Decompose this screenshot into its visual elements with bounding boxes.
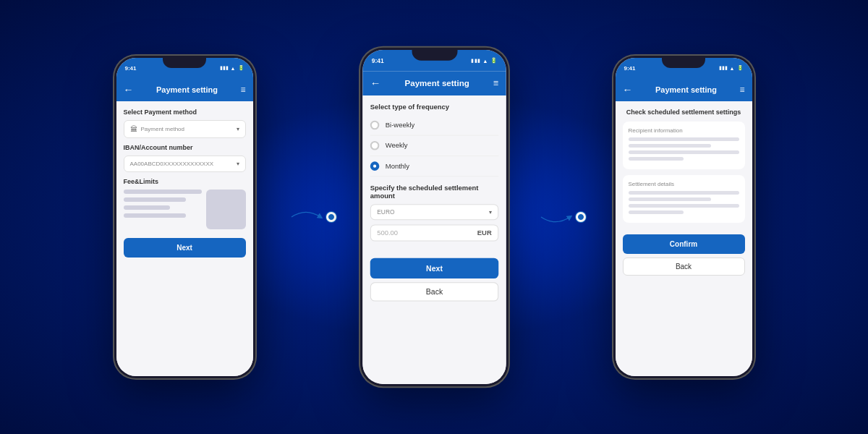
recipient-section: Recipient information [623,122,745,169]
fee-grid [124,190,246,229]
frequency-label: Select type of frequency [370,103,498,111]
status-icons-3: ▮▮▮ ▲ 🔋 [719,65,744,71]
currency-value: EURO [377,208,394,215]
app-header-2: ← Payment setting ≡ [362,71,506,95]
back-button-2-label[interactable]: Back [370,282,498,301]
settlement-section: Settlement details [623,175,745,223]
skeleton-line-4 [124,213,186,218]
back-button-1[interactable]: ← [124,84,134,95]
recipient-title: Recipient information [629,127,739,134]
back-button-2[interactable]: ← [370,77,380,90]
amount-section: Specify the scheduled settlement amount … [370,184,498,242]
app-header-3: ← Payment setting ≡ [616,78,752,101]
iban-label: IBAN/Account number [124,144,246,151]
skeleton-line-1 [124,190,202,194]
back-button-3[interactable]: ← [623,84,633,95]
weekly-radio [370,141,379,150]
settlement-skeleton-4 [629,210,684,214]
payment-method-placeholder: Payment method [141,126,184,132]
check-title: Check scheduled settlement settings [623,109,745,116]
confirm-button[interactable]: Confirm [623,234,745,254]
phone1-content: Select Payment method 🏛 Payment method ▾… [116,101,253,376]
skeleton-line-2 [124,197,186,202]
phone-3: 9:41 ▮▮▮ ▲ 🔋 ← Payment setting ≡ Check s… [613,56,754,378]
menu-icon-1[interactable]: ≡ [240,85,245,95]
settlement-title: Settlement details [629,181,739,187]
chevron-down-icon: ▾ [237,126,239,132]
recipient-skeleton-4 [629,157,684,161]
arrow-1 [284,195,335,239]
next-button-1[interactable]: Next [124,238,246,258]
settlement-skeleton-2 [629,197,712,201]
arrow-dot-1 [326,212,336,222]
currency-code-label: EUR [477,229,491,237]
fee-limits-label: Fee&Limits [124,178,246,185]
currency-chevron-icon: ▾ [488,208,491,215]
phone-1: 9:41 ▮▮▮ ▲ 🔋 ← Payment setting ≡ Select … [114,56,255,378]
app-title-1: Payment setting [138,85,237,94]
arrow-dot-2 [576,212,586,222]
recipient-skeleton-3 [629,150,739,154]
iban-chevron-icon: ▾ [237,161,239,167]
status-time-3: 9:41 [624,65,636,72]
settlement-skeleton-1 [629,191,739,195]
bank-icon: 🏛 [130,125,137,133]
monthly-label: Monthly [385,162,409,170]
settlement-skeleton-3 [629,204,739,208]
amount-placeholder: 500.00 [377,229,398,237]
arrow-svg-2 [534,203,577,231]
fee-skeleton-lines [124,190,202,229]
status-icons-1: ▮▮▮ ▲ 🔋 [220,65,244,71]
payment-method-label: Select Payment method [124,109,246,116]
weekly-label: Weekly [385,142,407,150]
next-button-2[interactable]: Next [370,258,498,278]
biweekly-option[interactable]: Bi-weekly [370,115,498,135]
app-title-3: Payment setting [637,85,736,94]
phone-2: 9:41 ▮▮▮ ▲ 🔋 ← Payment setting ≡ Select … [360,48,509,386]
phone3-content: Check scheduled settlement settings Reci… [616,101,752,376]
fee-skeleton-box [206,190,246,229]
iban-dropdown[interactable]: AA00ABCD0XXXXXXXXXXXXX ▾ [124,156,246,172]
payment-method-dropdown[interactable]: 🏛 Payment method ▾ [124,120,246,138]
recipient-skeleton-2 [629,144,712,148]
currency-dropdown[interactable]: EURO ▾ [370,204,498,220]
arrow-2 [534,195,584,239]
biweekly-radio [370,121,379,130]
skeleton-line-3 [124,205,171,210]
status-time-2: 9:41 [371,57,383,64]
amount-label: Specify the scheduled settlement amount [370,184,498,200]
phone2-content: Select type of frequency Bi-weekly Weekl… [362,95,506,384]
arrow-svg-1 [284,203,328,231]
biweekly-label: Bi-weekly [385,122,414,129]
status-icons-2: ▮▮▮ ▲ 🔋 [471,58,497,64]
menu-icon-2[interactable]: ≡ [493,78,498,89]
back-button-3-label[interactable]: Back [623,258,745,276]
status-time-1: 9:41 [125,65,137,72]
iban-value: AA00ABCD0XXXXXXXXXXXXX [130,161,214,167]
monthly-option[interactable]: Monthly [370,156,498,176]
app-title-2: Payment setting [385,79,488,88]
monthly-radio [370,161,379,171]
app-header-1: ← Payment setting ≡ [116,78,253,101]
weekly-option[interactable]: Weekly [370,136,498,156]
menu-icon-3[interactable]: ≡ [739,85,744,95]
recipient-skeleton-1 [629,137,739,141]
amount-input-row[interactable]: 500.00 EUR [370,225,498,242]
